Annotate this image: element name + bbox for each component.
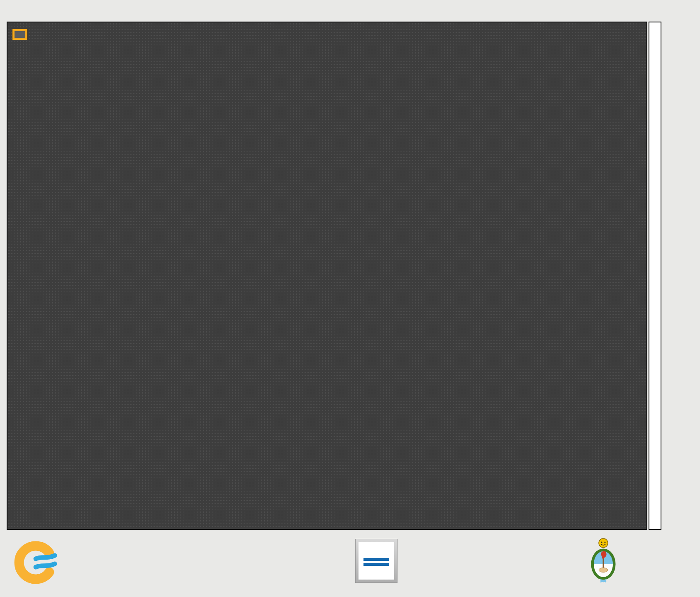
inta-logo (355, 539, 398, 583)
smn-logo (11, 535, 67, 591)
footer (0, 531, 700, 597)
smn-logo-ring (19, 546, 49, 579)
map-container (7, 22, 647, 530)
inta-bar (363, 558, 389, 561)
smn-logo-wave-icon (36, 555, 55, 559)
radar-mosaic-page (0, 0, 700, 597)
inta-bar (363, 563, 389, 566)
argentina-coat-of-arms-icon (588, 537, 618, 587)
smn-logo-wave-icon (36, 564, 55, 567)
map-svg (7, 22, 648, 531)
colorbar-gradient (649, 22, 661, 530)
alert-box[interactable] (12, 29, 27, 40)
inta-logo-inner (359, 542, 394, 580)
colorbar-ticks (661, 22, 700, 530)
